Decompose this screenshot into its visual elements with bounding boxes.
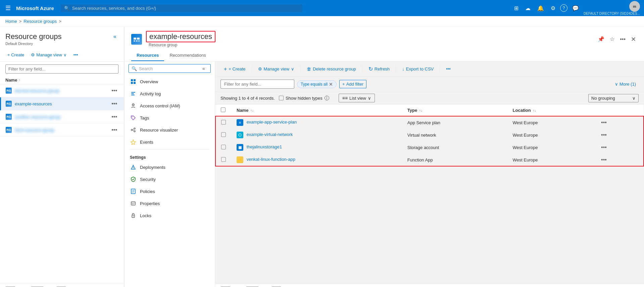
sidebar-filter-input[interactable] — [5, 64, 118, 74]
user-profile[interactable]: m DEFAULT DIRECTORY (SID24DES... — [584, 1, 640, 15]
add-filter-button[interactable]: + Add filter — [339, 80, 366, 88]
nav-item-security[interactable]: Security — [125, 173, 215, 185]
nav-item-events[interactable]: Events — [125, 136, 215, 148]
sidebar-collapse-btn[interactable]: « — [111, 33, 118, 40]
close-panel-button[interactable]: ✕ — [630, 34, 637, 44]
top-nav-icons: ⊞ ☁ 🔔 ⚙ ? 💬 m DEFAULT DIRECTORY (SID24DE… — [512, 1, 640, 15]
sidebar-search-input[interactable] — [139, 66, 200, 71]
nav-item-policies[interactable]: Policies — [125, 185, 215, 197]
row-checkbox[interactable] — [221, 132, 226, 137]
breadcrumb-sep1: > — [19, 19, 22, 24]
nav-item-label: Policies — [140, 189, 155, 194]
svg-rect-5 — [131, 79, 133, 81]
show-hidden-checkbox[interactable] — [279, 96, 284, 100]
events-icon — [130, 139, 137, 145]
grouping-selector[interactable]: No grouping ∨ — [588, 94, 639, 102]
portal-icon[interactable]: ⊞ — [512, 3, 521, 13]
delete-rg-button[interactable]: 🗑 Delete resource group — [303, 65, 359, 73]
resource-name-link[interactable]: venkat-linux-function-app — [247, 157, 295, 162]
sidebar-collapse-icon[interactable]: « — [202, 66, 208, 71]
tab-resources[interactable]: Resources — [131, 50, 164, 61]
nav-item-properties[interactable]: Properties — [125, 197, 215, 209]
filter-input[interactable] — [220, 80, 294, 89]
list-item[interactable]: RG third-resource-group ••• — [0, 124, 124, 137]
info-icon: i — [325, 96, 329, 100]
ellipsis-button[interactable]: ••• — [618, 34, 627, 44]
resource-type-icon: ⬡ — [237, 132, 243, 138]
more-button[interactable]: ••• — [71, 51, 80, 59]
nav-item-resource-visualizer[interactable]: Resource visualizer — [125, 124, 215, 136]
more-button[interactable]: ••• — [443, 65, 454, 73]
list-item[interactable]: RG another-resource-group ••• — [0, 110, 124, 124]
table-row: ▦ thejalinuxstorage1 Storage account Wes… — [215, 141, 644, 154]
row-more-button[interactable]: ••• — [599, 119, 609, 126]
row-checkbox[interactable] — [221, 157, 226, 162]
more-filter-button[interactable]: ∨ More (1) — [612, 80, 639, 88]
resource-location: West Europe — [507, 116, 594, 129]
upload-icon[interactable]: ☁ — [523, 3, 533, 13]
list-view-icon: ≡≡ — [342, 95, 348, 101]
create-resource-button[interactable]: + + Create — [220, 64, 249, 74]
nav-item-locks[interactable]: Locks — [125, 209, 215, 222]
favorite-button[interactable]: ☆ — [608, 34, 616, 44]
content-toolbar: + + Create ⚙ Manage view ∨ 🗑 Delete reso… — [215, 61, 644, 77]
settings-icon[interactable]: ⚙ — [549, 3, 557, 13]
select-all-checkbox[interactable] — [221, 107, 226, 112]
pin-button[interactable]: 📌 — [596, 34, 606, 44]
filter-tag-close[interactable]: ✕ — [329, 82, 333, 87]
export-csv-button[interactable]: ↓ Export to CSV — [399, 65, 437, 73]
toolbar-divider — [362, 65, 362, 73]
feedback-icon[interactable]: 💬 — [570, 3, 581, 13]
item-more-button[interactable]: ••• — [110, 126, 118, 134]
nav-item-label: Resource visualizer — [140, 128, 178, 133]
resource-name-link[interactable]: example-virtual-network — [247, 132, 293, 137]
tab-recommendations[interactable]: Recommendations — [164, 50, 211, 61]
svg-rect-3 — [136, 40, 138, 42]
nav-item-access-control[interactable]: Access control (IAM) — [125, 100, 215, 112]
svg-rect-2 — [134, 40, 135, 42]
global-search-input[interactable] — [72, 6, 299, 11]
manage-view-button[interactable]: ⚙ Manage view ∨ — [255, 65, 298, 73]
nav-item-deployments[interactable]: Deployments — [125, 161, 215, 173]
sidebar-col-header: Name ↑ — [0, 76, 124, 84]
item-more-button[interactable]: ••• — [110, 113, 118, 121]
sort-icon[interactable]: ↑↓ — [533, 109, 536, 112]
global-search-box[interactable]: 🔍 — [61, 4, 302, 12]
list-item[interactable]: RG example-resources ••• — [0, 97, 124, 110]
sort-icon[interactable]: ↑↓ — [250, 109, 254, 112]
sort-icon[interactable]: ↑↓ — [419, 109, 423, 112]
rg-nav-tabs: Resources Recommendations — [131, 50, 637, 61]
resource-name-link[interactable]: thejalinuxstorage1 — [247, 144, 282, 149]
sidebar-search-box[interactable]: 🔍 « — [129, 64, 211, 73]
view-selector[interactable]: ≡≡ List view ∨ — [339, 94, 375, 102]
help-icon[interactable]: ? — [560, 4, 567, 12]
grouping-label: No grouping — [591, 96, 615, 101]
breadcrumb-home[interactable]: Home — [5, 19, 17, 24]
item-more-button[interactable]: ••• — [110, 87, 118, 94]
resource-location: West Europe — [507, 129, 594, 141]
row-more-button[interactable]: ••• — [599, 131, 609, 138]
list-item[interactable]: RG blurred-resource-group ••• — [0, 84, 124, 97]
sidebar-actions: + Create ⚙ Manage view ∨ ••• — [0, 48, 124, 62]
nav-item-activity-log[interactable]: Activity log — [125, 88, 215, 100]
refresh-button[interactable]: ↻ Refresh — [365, 64, 393, 74]
resource-name-link[interactable]: example-app-service-plan — [247, 119, 297, 125]
item-more-button[interactable]: ••• — [110, 100, 118, 107]
rg-title: example-resources — [149, 32, 212, 41]
resource-group-icon: RG — [5, 127, 12, 133]
resource-group-icon: RG — [5, 113, 12, 120]
breadcrumb-resource-groups[interactable]: Resource groups — [23, 19, 57, 24]
create-button[interactable]: + Create — [5, 51, 26, 59]
sidebar-filter-area — [0, 62, 124, 76]
nav-item-overview[interactable]: Overview — [125, 76, 215, 88]
row-checkbox[interactable] — [221, 145, 226, 149]
row-more-button[interactable]: ••• — [599, 156, 609, 163]
row-more-button[interactable]: ••• — [599, 144, 609, 151]
row-checkbox[interactable] — [221, 120, 226, 125]
manage-view-button[interactable]: ⚙ Manage view ∨ — [29, 51, 69, 59]
hamburger-menu[interactable]: ☰ — [4, 3, 12, 13]
sidebar-subtitle: Default Directory — [5, 42, 118, 46]
bell-icon[interactable]: 🔔 — [535, 3, 546, 13]
resource-type: App Service plan — [402, 116, 507, 129]
nav-item-tags[interactable]: Tags — [125, 112, 215, 124]
